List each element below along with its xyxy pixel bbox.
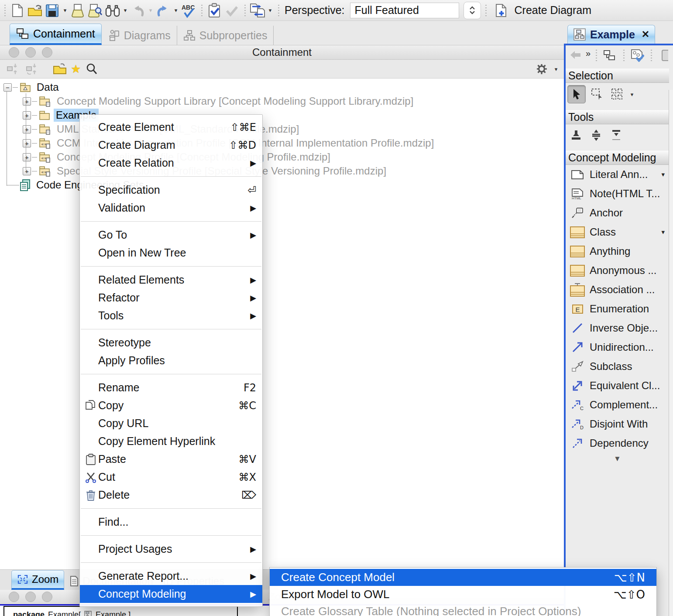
find-icon[interactable] — [104, 2, 121, 19]
undo-icon[interactable] — [130, 2, 146, 19]
find-dropdown-caret[interactable]: ▾ — [122, 7, 129, 14]
tree-expander[interactable]: + — [23, 167, 31, 175]
perspective-combo[interactable]: Full Featured — [350, 3, 459, 18]
perspective-stepper[interactable] — [464, 2, 481, 19]
open-folder-icon[interactable] — [52, 60, 68, 78]
tab-zoom[interactable]: Zoom — [11, 570, 64, 590]
palette-item-equivalent-cl[interactable]: Equivalent Cl... — [566, 376, 669, 395]
menu-item-validation[interactable]: Validation▶ — [80, 199, 262, 217]
menu-item-copy-url[interactable]: Copy URL — [80, 414, 262, 432]
partial-button-icon[interactable] — [656, 47, 673, 64]
menu-item-create-relation[interactable]: Create Relation▶ — [80, 154, 262, 172]
print-preview-icon[interactable] — [87, 2, 103, 19]
pointer-tool-button[interactable] — [567, 85, 586, 103]
palette-item-note-html-t[interactable]: HTMLNote(HTML T... — [566, 184, 669, 203]
tab-containment[interactable]: Containment — [10, 24, 102, 45]
menu-item-tools[interactable]: Tools▶ — [80, 307, 262, 325]
menu-item-copy-element-hyperlink[interactable]: Copy Element Hyperlink — [80, 432, 262, 450]
menu-item-paste[interactable]: Paste⌘V — [80, 450, 262, 468]
palette-item-disjoint-with[interactable]: DDisjoint With — [566, 414, 669, 434]
save-dropdown-caret[interactable]: ▾ — [62, 7, 69, 14]
menu-item-copy[interactable]: Copy⌘C — [80, 397, 262, 414]
palette-more-button[interactable]: ▼ — [566, 453, 669, 465]
print-icon[interactable] — [69, 2, 86, 19]
spelling-icon[interactable]: ABC — [180, 2, 197, 19]
menu-item-create-diagram[interactable]: Create Diagram⇧⌘D — [80, 136, 262, 154]
menu-item-specification[interactable]: Specification⏎ — [80, 181, 262, 199]
collapse-vertical-button[interactable] — [608, 127, 625, 144]
open-project-icon[interactable] — [27, 2, 43, 19]
tree-expander[interactable]: − — [3, 83, 12, 92]
section-selection[interactable]: Selection — [566, 68, 669, 83]
menu-item-cut[interactable]: Cut⌘X — [80, 468, 262, 486]
submenu-item-create-concept-model[interactable]: Create Concept Model⌥⇧N — [270, 569, 656, 586]
tree-item-data[interactable]: −Data — [0, 80, 564, 94]
menu-item-go-to[interactable]: Go To▶ — [80, 226, 262, 244]
group-select-button[interactable] — [608, 86, 626, 103]
back-icon[interactable] — [567, 47, 584, 64]
tree-expander[interactable]: + — [23, 139, 31, 147]
palette-item-literal-ann[interactable]: Literal Ann...▾ — [566, 165, 669, 184]
save-icon[interactable] — [44, 2, 61, 19]
palette-item-unidirection[interactable]: Unidirection... — [566, 338, 669, 357]
palette-item-complement[interactable]: CComplement... — [566, 395, 669, 414]
expand-vertical-button[interactable] — [587, 127, 605, 144]
redo-icon[interactable] — [155, 2, 172, 19]
palette-item-class[interactable]: Class▾ — [566, 222, 669, 242]
containment-mini-icon[interactable] — [601, 47, 618, 64]
menu-item-concept-modeling[interactable]: Concept Modeling▶ — [80, 585, 262, 603]
tree-expander[interactable]: + — [23, 111, 31, 120]
menu-item-open-in-new-tree[interactable]: Open in New Tree — [80, 244, 262, 262]
tab-example[interactable]: Example ✕ — [567, 25, 655, 44]
chevron-down-icon[interactable]: ▾ — [661, 228, 665, 236]
menu-item-find[interactable]: Find... — [80, 513, 262, 531]
palette-item-dependency[interactable]: Dependency — [566, 434, 669, 453]
validate-diagram-icon[interactable] — [629, 47, 646, 64]
menu-item-create-element[interactable]: Create Element⇧⌘E — [80, 118, 262, 136]
commit-check-icon[interactable] — [223, 2, 240, 19]
favorites-star-icon[interactable]: ★ — [71, 62, 81, 76]
new-file-icon[interactable] — [9, 2, 26, 19]
menu-item-delete[interactable]: Delete⌦ — [80, 486, 262, 504]
expand-all-icon[interactable] — [24, 60, 40, 78]
marquee-select-button[interactable] — [588, 86, 606, 103]
validate-icon[interactable] — [206, 2, 223, 19]
palette-item-association[interactable]: Association ... — [566, 280, 669, 299]
tree-expander[interactable]: + — [23, 153, 31, 161]
palette-item-anchor[interactable]: Anchor — [566, 203, 669, 222]
menu-item-stereotype[interactable]: Stereotype — [80, 334, 262, 352]
package-header[interactable]: package Example[ Example ] — [3, 606, 238, 616]
overflow-chevrons-icon[interactable]: » — [586, 48, 590, 58]
tree-expander[interactable]: + — [23, 97, 31, 106]
palette-item-subclass[interactable]: Subclass — [566, 357, 669, 376]
undo-dropdown-caret[interactable]: ▾ — [147, 7, 154, 14]
palette-item-enumeration[interactable]: EEnumeration — [566, 299, 669, 318]
tree-expander[interactable]: + — [23, 125, 31, 133]
submenu-item-export-model-to-owl[interactable]: Export Model to OWL⌥⇧O — [270, 586, 656, 603]
create-diagram-button[interactable]: Create Diagram — [493, 2, 596, 19]
menu-item-related-elements[interactable]: Related Elements▶ — [80, 271, 262, 289]
palette-item-anything[interactable]: Anything — [566, 242, 669, 261]
redo-dropdown-caret[interactable]: ▾ — [172, 7, 179, 14]
menu-item-apply-profiles[interactable]: Apply Profiles — [80, 352, 262, 370]
menu-item-refactor[interactable]: Refactor▶ — [80, 289, 262, 307]
selection-dropdown-caret[interactable]: ▾ — [628, 91, 635, 98]
search-icon[interactable] — [83, 60, 100, 78]
compare-dropdown-caret[interactable]: ▾ — [267, 7, 274, 14]
section-tools[interactable]: Tools — [566, 110, 669, 124]
tab-subproperties[interactable]: Subproperties — [177, 26, 274, 45]
menu-item-project-usages[interactable]: Project Usages▶ — [80, 540, 262, 558]
tree-item-concept-modeling-support-library[interactable]: +Concept Modeling Support Library [Conce… — [0, 94, 564, 108]
close-icon[interactable]: ✕ — [642, 29, 649, 40]
section-concept-modeling[interactable]: Concept Modeling — [566, 150, 669, 165]
stamp-tool-button[interactable] — [567, 127, 585, 144]
collapse-all-icon[interactable] — [4, 60, 21, 78]
palette-item-inverse-obje[interactable]: Inverse Obje... — [566, 318, 669, 338]
tab-diagrams[interactable]: Diagrams — [102, 26, 177, 45]
palette-item-anonymous[interactable]: Anonymous ... — [566, 261, 669, 280]
chevron-down-icon[interactable]: ▾ — [661, 171, 665, 178]
gear-icon[interactable] — [533, 60, 550, 78]
menu-item-generate-report[interactable]: Generate Report...▶ — [80, 567, 262, 585]
compare-projects-icon[interactable] — [249, 2, 266, 19]
menu-item-rename[interactable]: RenameF2 — [80, 379, 262, 397]
